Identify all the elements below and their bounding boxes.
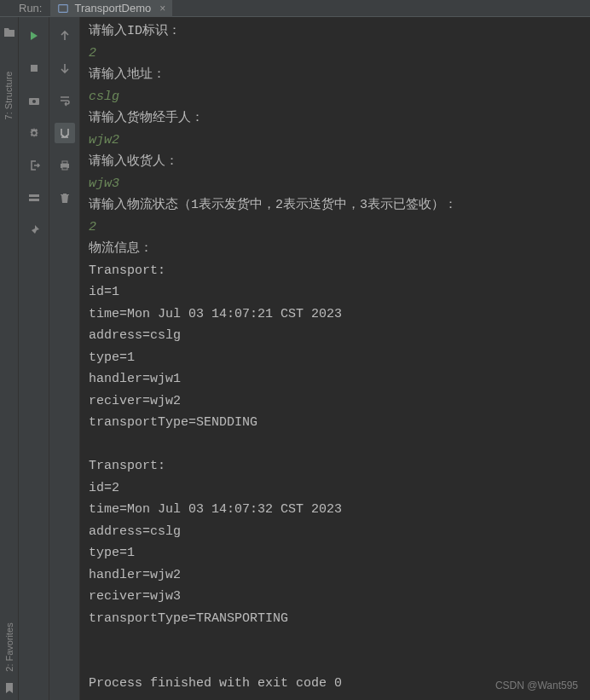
console-line: wjw2 [89,130,581,152]
run-label: Run: [19,2,42,14]
soft-wrap-icon[interactable] [55,90,75,111]
console-line: 请输入收货人： [89,151,581,173]
run-gutter-left [19,17,49,700]
console-line: transportType=TRANSPORTING [89,608,581,630]
tool-window-bar: 7: Structure 2: Favorites [0,17,19,700]
run-tab[interactable]: TransportDemo × [50,0,172,17]
console-line [89,434,581,456]
console-line [89,629,581,651]
console-line: address=cslg [89,325,581,347]
console-output[interactable]: 请输入ID标识：2请输入地址：cslg请输入货物经手人：wjw2请输入收货人：w… [80,17,590,700]
console-line: 请输入货物经手人： [89,107,581,130]
console-line: transportType=SENDDING [89,412,581,434]
console-line: time=Mon Jul 03 14:07:32 CST 2023 [89,499,581,521]
svg-rect-0 [59,4,68,12]
console-line: 请输入物流状态（1表示发货中，2表示送货中，3表示已签收）： [89,194,581,217]
scroll-down-icon[interactable] [55,58,75,78]
trash-icon[interactable] [55,188,75,208]
camera-icon[interactable] [24,90,44,111]
console-line: type=1 [89,347,581,369]
console-line: address=cslg [89,521,581,543]
favorites-tab[interactable]: 2: Favorites [4,622,14,671]
run-gutter-right [49,17,80,700]
main-area: 7: Structure 2: Favorites [0,17,590,700]
rerun-button[interactable] [24,26,44,46]
svg-rect-9 [62,167,67,170]
console-line: cslg [89,86,581,108]
scroll-to-end-icon[interactable] [55,123,75,143]
scroll-up-icon[interactable] [55,26,75,46]
console-line: 请输入地址： [89,64,581,86]
console-line: type=1 [89,542,581,564]
console-line: Transport: [89,455,581,477]
console-line: handler=wjw1 [89,368,581,390]
layout-icon[interactable] [24,188,44,208]
tab-title: TransportDemo [74,2,151,14]
settings-icon[interactable] [24,123,44,143]
project-icon[interactable] [3,26,16,39]
structure-tab[interactable]: 7: Structure [4,72,14,120]
console-line: id=1 [89,281,581,304]
console-line: reciver=wjw3 [89,586,581,608]
pin-icon[interactable] [24,220,44,240]
console-line: Transport: [89,260,581,282]
svg-point-3 [32,100,36,103]
svg-rect-1 [31,65,38,72]
top-bar: Run: TransportDemo × [0,0,590,17]
console-line: 物流信息： [89,238,581,260]
console-line: 请输入ID标识： [89,20,581,43]
console-line: 2 [89,43,581,65]
watermark: CSDN @Want595 [495,680,578,691]
console-line [89,651,581,674]
svg-rect-6 [29,199,39,201]
console-line: handler=wjw2 [89,564,581,587]
close-icon[interactable]: × [159,3,165,14]
console-line: id=2 [89,477,581,500]
svg-point-4 [32,131,36,135]
console-line: time=Mon Jul 03 14:07:21 CST 2023 [89,304,581,326]
console-line: wjw3 [89,173,581,195]
svg-rect-8 [62,161,67,164]
print-icon[interactable] [55,155,75,176]
stop-button[interactable] [24,58,44,78]
console-line: reciver=wjw2 [89,390,581,413]
run-config-icon [57,3,69,14]
console-line: 2 [89,217,581,239]
exit-icon[interactable] [24,155,44,176]
bookmark-icon[interactable] [3,681,16,695]
svg-rect-5 [29,194,39,197]
